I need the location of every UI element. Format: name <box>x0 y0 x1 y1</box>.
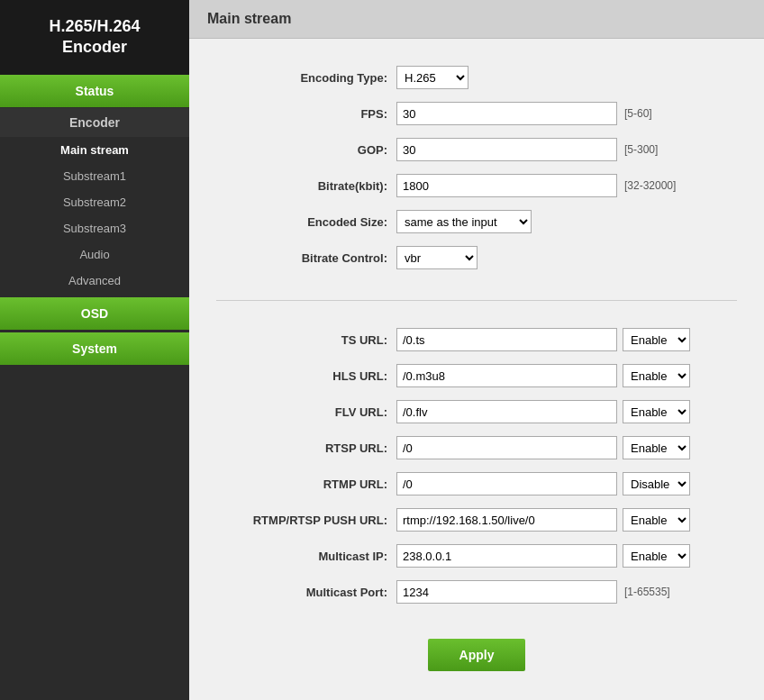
encoded-size-select[interactable]: same as the input <box>396 210 532 233</box>
multicast-ip-label: Multicast IP: <box>216 550 396 563</box>
gop-label: GOP: <box>216 143 396 157</box>
hls-url-row: HLS URL: Enable Disable <box>216 364 737 387</box>
rtsp-url-enable-select[interactable]: Enable Disable <box>623 436 690 459</box>
flv-url-label: FLV URL: <box>216 405 396 419</box>
bitrate-row: Bitrate(kbit): [32-32000] <box>216 174 737 197</box>
multicast-ip-row: Multicast IP: Enable Disable <box>216 544 737 568</box>
sidebar-item-main-stream[interactable]: Main stream <box>0 137 189 163</box>
app-logo: H.265/H.264 Encoder <box>0 0 189 75</box>
hls-url-input[interactable] <box>396 364 617 387</box>
rtmp-rtsp-push-label: RTMP/RTSP PUSH URL: <box>216 514 396 527</box>
multicast-port-hint: [1-65535] <box>624 586 670 598</box>
bitrate-hint: [32-32000] <box>624 179 676 192</box>
fps-label: FPS: <box>216 107 396 121</box>
ts-url-label: TS URL: <box>216 333 396 347</box>
status-button[interactable]: Status <box>0 75 189 107</box>
flv-url-input[interactable] <box>396 400 617 423</box>
multicast-port-input[interactable] <box>396 580 617 604</box>
bitrate-control-row: Bitrate Control: vbr cbr <box>216 246 737 269</box>
flv-url-row: FLV URL: Enable Disable <box>216 400 737 423</box>
encoding-type-row: Encoding Type: H.265 H.264 <box>216 66 737 89</box>
gop-input[interactable] <box>396 138 617 161</box>
rtmp-url-label: RTMP URL: <box>216 477 396 491</box>
sidebar: H.265/H.264 Encoder Status Encoder Main … <box>0 0 189 700</box>
multicast-ip-input[interactable] <box>396 544 617 568</box>
ts-url-row: TS URL: Enable Disable <box>216 328 737 351</box>
rtmp-rtsp-push-enable-select[interactable]: Enable Disable <box>623 508 690 532</box>
encoder-section-label: Encoder <box>0 108 189 137</box>
hls-url-label: HLS URL: <box>216 369 396 383</box>
sidebar-item-substream3[interactable]: Substream3 <box>0 215 189 241</box>
gop-row: GOP: [5-300] <box>216 138 737 161</box>
apply-button[interactable]: Apply <box>428 639 526 671</box>
bitrate-control-label: Bitrate Control: <box>216 251 396 265</box>
multicast-port-row: Multicast Port: [1-65535] <box>216 580 737 604</box>
system-button[interactable]: System <box>0 332 189 365</box>
rtsp-url-label: RTSP URL: <box>216 441 396 455</box>
rtmp-url-input[interactable] <box>396 472 617 495</box>
rtmp-url-enable-select[interactable]: Disable Enable <box>623 472 690 495</box>
fps-input[interactable] <box>396 102 617 125</box>
sidebar-item-substream1[interactable]: Substream1 <box>0 163 189 189</box>
gop-hint: [5-300] <box>624 143 658 156</box>
rtmp-rtsp-push-row: RTMP/RTSP PUSH URL: Enable Disable <box>216 508 737 532</box>
encoding-type-select[interactable]: H.265 H.264 <box>396 66 468 89</box>
hls-url-enable-select[interactable]: Enable Disable <box>623 364 690 387</box>
section-title: Main stream <box>189 0 764 39</box>
rtmp-rtsp-push-input[interactable] <box>396 508 617 532</box>
url-section: TS URL: Enable Disable HLS URL: Enable D… <box>216 319 737 625</box>
bitrate-input[interactable] <box>396 174 617 197</box>
content-body: Encoding Type: H.265 H.264 FPS: [5-60] G… <box>189 39 764 700</box>
fps-hint: [5-60] <box>624 107 652 120</box>
rtsp-url-row: RTSP URL: Enable Disable <box>216 436 737 459</box>
encoding-type-label: Encoding Type: <box>216 71 396 85</box>
bitrate-label: Bitrate(kbit): <box>216 179 396 193</box>
main-content: Main stream Encoding Type: H.265 H.264 F… <box>189 0 764 700</box>
logo-line1: H.265/H.264 <box>9 16 180 37</box>
ts-url-input[interactable] <box>396 328 617 351</box>
encoding-section: Encoding Type: H.265 H.264 FPS: [5-60] G… <box>216 57 737 301</box>
fps-row: FPS: [5-60] <box>216 102 737 125</box>
bitrate-control-select[interactable]: vbr cbr <box>396 246 478 269</box>
multicast-port-label: Multicast Port: <box>216 586 396 599</box>
logo-line2: Encoder <box>9 37 180 58</box>
rtsp-url-input[interactable] <box>396 436 617 459</box>
multicast-ip-enable-select[interactable]: Enable Disable <box>623 544 690 568</box>
apply-section: Apply <box>216 625 737 689</box>
ts-url-enable-select[interactable]: Enable Disable <box>623 328 690 351</box>
sidebar-item-substream2[interactable]: Substream2 <box>0 189 189 215</box>
osd-button[interactable]: OSD <box>0 297 189 330</box>
sidebar-item-audio[interactable]: Audio <box>0 241 189 268</box>
rtmp-url-row: RTMP URL: Disable Enable <box>216 472 737 495</box>
flv-url-enable-select[interactable]: Enable Disable <box>623 400 690 423</box>
encoded-size-label: Encoded Size: <box>216 215 396 229</box>
encoded-size-row: Encoded Size: same as the input <box>216 210 737 233</box>
sidebar-item-advanced[interactable]: Advanced <box>0 268 189 294</box>
